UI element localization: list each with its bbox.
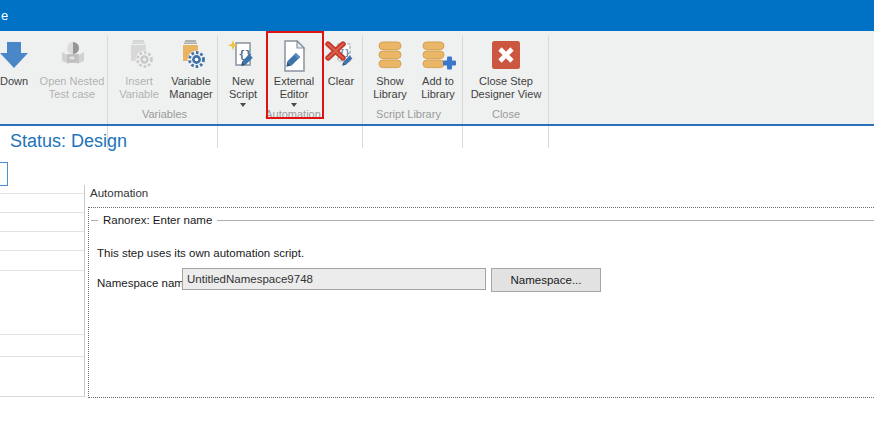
new-script-label-line1: New <box>220 75 266 88</box>
ribbon-group-close: Close <box>464 108 548 120</box>
groupbox-title: Ranorex: Enter name <box>103 214 212 226</box>
ribbon-group-separator <box>548 36 549 148</box>
external-editor-icon <box>268 39 320 75</box>
step-designer-window: e Down Open Nested Test <box>0 0 874 447</box>
automation-description: This step uses its own automation script… <box>97 247 304 259</box>
namespace-button[interactable]: Namespace... <box>491 268 601 292</box>
down-button-label: Down <box>0 75 40 88</box>
show-library-button[interactable]: Show Library <box>366 39 414 100</box>
panel-vertical-divider <box>84 185 85 397</box>
close-step-designer-button[interactable]: Close Step Designer View <box>464 39 548 100</box>
left-panel-row-divider <box>0 356 84 357</box>
clear-button-label: Clear <box>320 75 362 88</box>
open-nested-testcase-icon <box>38 39 106 75</box>
variable-manager-icon <box>164 39 218 75</box>
external-editor-label-line1: External <box>268 75 320 88</box>
left-panel-row-divider <box>0 231 84 232</box>
close-step-label-line1: Close Step <box>464 75 548 88</box>
external-editor-label-line2: Editor <box>268 88 320 101</box>
open-nested-testcase-button[interactable]: Open Nested Test case <box>38 39 106 100</box>
automation-groupbox: Ranorex: Enter name This step uses its o… <box>88 207 874 398</box>
ribbon-bottom-border <box>0 124 874 126</box>
left-panel-row-divider <box>0 334 84 335</box>
ribbon-toolbar: Down Open Nested Test case <box>0 31 874 124</box>
add-to-library-icon <box>414 39 462 75</box>
left-panel-row-divider <box>0 396 84 397</box>
groupbox-title-dash <box>91 220 98 221</box>
clear-button[interactable]: {} Clear <box>320 39 362 88</box>
show-library-label-line1: Show <box>366 75 414 88</box>
groupbox-title-row: Ranorex: Enter name <box>91 214 874 226</box>
left-panel-row-divider <box>0 193 84 194</box>
window-title-bar: e <box>0 0 874 31</box>
down-arrow-icon <box>0 39 40 75</box>
insert-variable-button[interactable]: Insert Variable <box>112 39 166 100</box>
add-to-library-label-line1: Add to <box>414 75 462 88</box>
close-step-label-line2: Designer View <box>464 88 548 101</box>
ribbon-group-script-library: Script Library <box>355 108 462 120</box>
new-script-button[interactable]: {} New Script <box>220 39 266 107</box>
namespace-name-input[interactable] <box>182 268 486 290</box>
external-editor-button[interactable]: External Editor <box>268 39 320 107</box>
new-script-label-line2: Script <box>220 88 266 101</box>
status-text: Status: Design <box>10 131 127 152</box>
variable-manager-button[interactable]: Variable Manager <box>164 39 218 100</box>
open-nested-label-line2: Test case <box>38 88 106 101</box>
insert-variable-icon <box>112 39 166 75</box>
insert-variable-label-line2: Variable <box>112 88 166 101</box>
ribbon-group-automation: Automation <box>264 108 322 120</box>
show-library-icon <box>366 39 414 75</box>
variable-manager-label-line1: Variable <box>164 75 218 88</box>
partial-edit-field[interactable] <box>0 162 8 186</box>
insert-variable-label-line1: Insert <box>112 75 166 88</box>
left-panel-row-divider <box>0 212 84 213</box>
open-nested-label-line1: Open Nested <box>38 75 106 88</box>
close-step-designer-icon <box>464 39 548 75</box>
chevron-down-icon <box>240 103 246 107</box>
groupbox-title-line <box>217 220 874 221</box>
left-panel-row-divider <box>0 250 84 251</box>
ribbon-group-separator <box>362 36 363 148</box>
automation-panel-header: Automation <box>90 187 148 199</box>
left-panel-row-divider <box>0 270 84 271</box>
ribbon-group-variables: Variables <box>112 108 217 120</box>
namespace-name-label: Namespace name <box>97 277 190 289</box>
add-to-library-label-line2: Library <box>414 88 462 101</box>
chevron-down-icon <box>291 103 297 107</box>
new-script-icon: {} <box>220 39 266 75</box>
down-button[interactable]: Down <box>0 39 40 88</box>
ribbon-group-separator <box>217 36 218 148</box>
add-to-library-button[interactable]: Add to Library <box>414 39 462 100</box>
variable-manager-label-line2: Manager <box>164 88 218 101</box>
clear-script-icon: {} <box>320 39 362 75</box>
title-text-fragment: e <box>1 8 8 23</box>
show-library-label-line2: Library <box>366 88 414 101</box>
ribbon-group-separator <box>462 36 463 148</box>
